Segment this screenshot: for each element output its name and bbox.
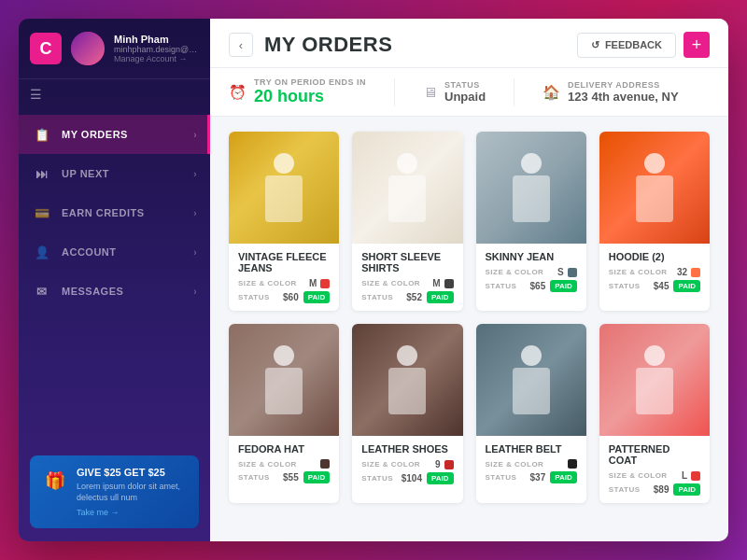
promo-subtitle: Lorem ipsum dolor sit amet, delectus ull…	[77, 481, 188, 504]
figure-head	[644, 153, 665, 174]
figure-head	[521, 345, 542, 366]
price-value: $45	[654, 281, 669, 291]
sidebar-item-account[interactable]: 👤 ACCOUNT ›	[19, 232, 210, 272]
nav-label-messages: MESSAGES	[62, 286, 123, 297]
size-color-value: 9	[435, 459, 454, 469]
back-button[interactable]: ‹	[229, 33, 253, 57]
add-button[interactable]: +	[684, 32, 710, 58]
product-figure	[352, 324, 462, 436]
size-value: M	[432, 278, 440, 288]
order-card[interactable]: VINTAGE FLEECE JEANS SIZE & COLOR M STAT…	[229, 132, 339, 311]
try-on-meta: ⏰ TRY ON PERIOD ENDS IN 20 hours	[229, 77, 366, 106]
sidebar-item-earn-credits[interactable]: 💳 EARN CREDITS ›	[19, 193, 210, 232]
status-badge: PAID	[427, 291, 454, 303]
app-container: C Minh Pham minhpham.design@gmail.com Ma…	[19, 19, 728, 541]
status-label: STATUS	[238, 293, 270, 301]
order-card[interactable]: FEDORA HAT SIZE & COLOR STATUS $55 PAID	[229, 324, 339, 503]
color-swatch	[568, 459, 577, 469]
figure-head	[274, 345, 294, 366]
card-image	[229, 132, 339, 244]
figure-head	[274, 153, 294, 174]
status-label: STATUS	[486, 282, 517, 290]
price-value: $89	[654, 484, 669, 495]
card-image	[476, 324, 586, 436]
size-value: S	[557, 267, 564, 277]
product-figure	[599, 324, 710, 436]
figure-body	[636, 175, 673, 222]
price-status: $60 PAID	[283, 291, 330, 303]
size-color-value	[568, 459, 577, 469]
nav-label-up-next: UP NEXT	[62, 168, 109, 179]
product-figure	[476, 132, 586, 244]
card-image	[352, 324, 462, 436]
product-figure	[229, 132, 339, 244]
color-swatch	[320, 279, 330, 288]
figure-body	[265, 368, 303, 414]
card-image	[476, 132, 586, 244]
price-value: $60	[283, 292, 299, 302]
price-value: $37	[530, 472, 546, 483]
feedback-button[interactable]: ↺ FEEDBACK	[577, 33, 676, 58]
clock-icon: ⏰	[229, 84, 247, 101]
order-card[interactable]: SKINNY JEAN SIZE & COLOR S STATUS $65 PA…	[476, 132, 586, 311]
order-card[interactable]: LEATHER BELT SIZE & COLOR STATUS $37 PAI…	[476, 324, 586, 503]
status-label: STATUS	[361, 293, 393, 301]
card-body: SHORT SLEEVE SHIRTS SIZE & COLOR M STATU…	[352, 244, 462, 311]
refresh-icon: ↺	[591, 39, 599, 51]
promo-link[interactable]: Take me →	[77, 508, 188, 517]
hamburger-menu[interactable]: ☰	[19, 79, 210, 109]
manage-account-link[interactable]: Manage Account →	[114, 54, 199, 63]
sidebar-item-my-orders[interactable]: 📋 MY ORDERS ›	[19, 115, 210, 154]
card-title: FEDORA HAT	[238, 443, 330, 455]
figure-head	[521, 153, 542, 174]
sidebar: C Minh Pham minhpham.design@gmail.com Ma…	[19, 19, 210, 541]
order-card[interactable]: HOODIE (2) SIZE & COLOR 32 STATUS $45 PA…	[599, 132, 710, 311]
status-badge: PAID	[550, 280, 577, 292]
sidebar-item-messages[interactable]: ✉ MESSAGES ›	[19, 272, 210, 311]
price-status: $65 PAID	[530, 280, 577, 292]
status-row: STATUS $45 PAID	[609, 280, 700, 292]
card-body: PATTERNED COAT SIZE & COLOR L STATUS $89…	[599, 436, 710, 503]
sidebar-header: C Minh Pham minhpham.design@gmail.com Ma…	[19, 19, 210, 79]
size-color-row: SIZE & COLOR	[486, 459, 577, 469]
card-body: FEDORA HAT SIZE & COLOR STATUS $55 PAID	[229, 436, 339, 491]
size-color-value: M	[309, 278, 330, 288]
status-label: STATUS	[361, 474, 393, 483]
promo-title: GIVE $25 GET $25	[77, 467, 188, 478]
status-badge: PAID	[303, 471, 331, 483]
main-content: ‹ MY ORDERS ↺ FEEDBACK + ⏰ TRY ON PERIOD…	[210, 19, 728, 541]
order-card[interactable]: SHORT SLEEVE SHIRTS SIZE & COLOR M STATU…	[352, 132, 462, 311]
status-badge: PAID	[303, 291, 331, 303]
order-card[interactable]: LEATHER SHOES SIZE & COLOR 9 STATUS $104…	[352, 324, 462, 503]
feedback-label: FEEDBACK	[605, 39, 662, 50]
location-icon: 🏠	[543, 84, 560, 101]
status-badge: PAID	[427, 472, 454, 484]
card-body: LEATHER SHOES SIZE & COLOR 9 STATUS $104…	[352, 436, 462, 492]
price-value: $104	[402, 473, 422, 483]
size-color-label: SIZE & COLOR	[609, 268, 668, 276]
price-value: $65	[530, 281, 546, 291]
size-color-label: SIZE & COLOR	[361, 279, 420, 287]
status-label: STATUS	[609, 485, 641, 494]
nav-label-earn-credits: EARN CREDITS	[62, 207, 145, 218]
card-body: SKINNY JEAN SIZE & COLOR S STATUS $65 PA…	[476, 244, 586, 300]
size-color-value: L	[682, 470, 700, 481]
up-next-icon: ⏭	[32, 163, 52, 184]
price-status: $52 PAID	[406, 291, 453, 303]
price-status: $89 PAID	[654, 483, 700, 496]
card-image	[352, 132, 462, 244]
figure-body	[388, 368, 426, 414]
order-card[interactable]: PATTERNED COAT SIZE & COLOR L STATUS $89…	[599, 324, 710, 503]
account-icon: 👤	[32, 242, 52, 262]
figure-body	[388, 175, 426, 222]
status-label: STATUS	[444, 80, 486, 90]
main-header: ‹ MY ORDERS ↺ FEEDBACK +	[210, 19, 728, 68]
chevron-right-icon: ›	[193, 169, 197, 179]
status-row: STATUS $52 PAID	[361, 291, 453, 303]
size-value: 32	[677, 267, 687, 277]
price-value: $52	[406, 292, 422, 302]
card-body: HOODIE (2) SIZE & COLOR 32 STATUS $45 PA…	[599, 244, 710, 300]
promo-text: GIVE $25 GET $25 Lorem ipsum dolor sit a…	[77, 467, 188, 517]
status-badge: PAID	[550, 471, 577, 483]
sidebar-item-up-next[interactable]: ⏭ UP NEXT ›	[19, 154, 210, 193]
